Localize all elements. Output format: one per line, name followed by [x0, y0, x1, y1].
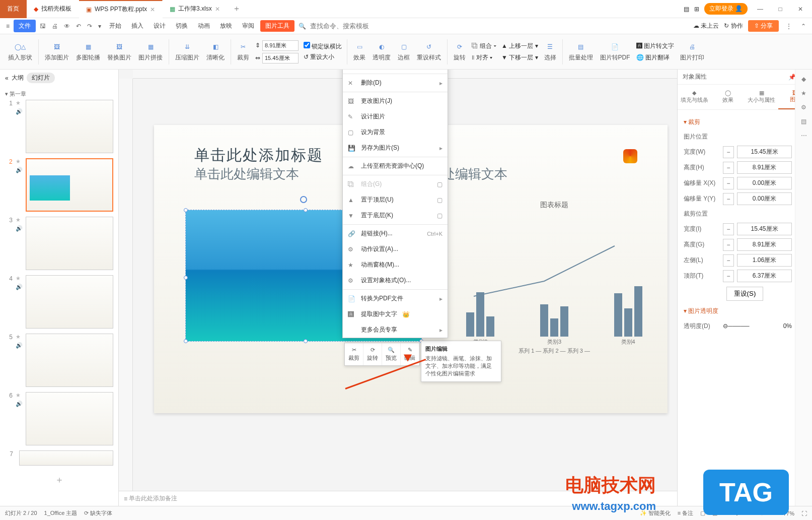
menu-slideshow[interactable]: 放映	[216, 22, 236, 30]
ctx-upload-resource[interactable]: ☁上传至稻壳资源中心(Q)	[343, 158, 448, 174]
reset-size-button[interactable]: ↺ 重设大小	[304, 53, 342, 61]
effect-button[interactable]: ▭效果	[350, 41, 368, 62]
resize-handle[interactable]	[184, 208, 188, 212]
thumbnail-list[interactable]: ▾ 第一章 1★🔊 2★🔊 3★🔊 4★🔊 5★🔊 6★🔊 7 ＋	[0, 86, 118, 506]
left-l-input[interactable]: 1.06厘米	[737, 254, 792, 267]
app-grid-icon[interactable]: ⊞	[694, 6, 699, 13]
theme-name[interactable]: 1_Office 主题	[44, 509, 78, 517]
bring-forward-button[interactable]: ▲ 上移一层 ▾	[501, 42, 538, 50]
redo-icon[interactable]: ↷	[85, 23, 94, 30]
rotate-button[interactable]: ⟳旋转	[451, 41, 469, 62]
reset-button[interactable]: 重设(S)	[726, 287, 764, 301]
ctx-more-vip[interactable]: 更多会员专享▸	[343, 322, 448, 338]
menu-start[interactable]: 开始	[105, 22, 125, 30]
print-icon[interactable]: 🖨	[50, 23, 60, 30]
menu-transition[interactable]: 切换	[172, 22, 192, 30]
sharpen-button[interactable]: ◧清晰化	[203, 41, 228, 62]
dec-button[interactable]: −	[723, 223, 734, 235]
notes-toggle[interactable]: ≡ 备注	[678, 509, 693, 517]
width-input[interactable]: 15.45厘米	[262, 53, 299, 63]
ctx-hyperlink[interactable]: 🔗超链接(H)...Ctrl+K	[343, 226, 448, 241]
offset-y-input[interactable]: 0.00厘米	[737, 192, 792, 205]
slide-thumb-1[interactable]	[26, 100, 113, 153]
pic-translate-button[interactable]: 🌐 图片翻译	[636, 53, 674, 62]
mini-crop[interactable]: ✂裁剪	[345, 343, 363, 365]
dec-button[interactable]: −	[723, 162, 734, 174]
share-button[interactable]: ⇧ 分享	[748, 20, 779, 32]
close-icon[interactable]: ✕	[215, 6, 220, 13]
tab-fill[interactable]: ◆填充与线条	[678, 85, 711, 109]
tab-template[interactable]: ◆找稻壳模板	[27, 0, 79, 18]
compress-picture-button[interactable]: ⇊压缩图片	[172, 41, 202, 62]
outline-tab[interactable]: 大纲	[12, 74, 24, 82]
slide-thumb-4[interactable]	[26, 275, 113, 329]
tab-home[interactable]: 首页	[0, 0, 27, 18]
rotate-handle[interactable]	[300, 196, 307, 203]
pic-to-text-button[interactable]: 🅰 图片转文字	[636, 42, 674, 50]
combine-button[interactable]: ⿻ 组合 ▾	[472, 42, 496, 50]
side-style-icon[interactable]: ◆	[801, 76, 806, 83]
menu-design[interactable]: 设计	[150, 22, 170, 30]
slide-thumb-7[interactable]	[19, 450, 113, 466]
batch-process-button[interactable]: ▤批量处理	[566, 41, 596, 62]
ctx-set-background[interactable]: ▢设为背景	[343, 124, 448, 140]
width-w-input[interactable]: 15.45厘米	[737, 146, 792, 158]
pic-to-pdf-button[interactable]: 📄图片转PDF	[597, 41, 633, 62]
height-h-input[interactable]: 8.91厘米	[737, 161, 792, 174]
side-settings-icon[interactable]: ⚙	[801, 104, 806, 111]
slides-tab[interactable]: 幻灯片	[27, 73, 55, 83]
more-icon[interactable]: ⋮	[784, 23, 794, 30]
cloud-status[interactable]: ☁ 未上云	[693, 22, 719, 30]
ctx-group[interactable]: ⿻组合(G)▢	[343, 176, 448, 192]
resize-handle[interactable]	[304, 208, 308, 212]
ctx-object-format[interactable]: ⚙设置对象格式(O)...	[343, 273, 448, 288]
ctx-to-pdf[interactable]: 📄转换为PDF文件▸	[343, 291, 448, 306]
resize-handle[interactable]	[184, 339, 188, 343]
selection-pane-button[interactable]: ☰选择	[541, 41, 559, 62]
minimize-button[interactable]: —	[753, 6, 768, 13]
dec-button[interactable]: −	[723, 239, 734, 251]
send-backward-button[interactable]: ▼ 下移一层 ▾	[501, 53, 538, 62]
menu-animation[interactable]: 动画	[194, 22, 214, 30]
transparency-button[interactable]: ◐透明度	[370, 41, 394, 62]
missing-font[interactable]: ⟳ 缺失字体	[84, 509, 112, 517]
pic-print-button[interactable]: 🖨图片打印	[677, 41, 707, 62]
align-button[interactable]: ⫴ 对齐 ▾	[472, 53, 496, 62]
lock-ratio-checkbox[interactable]: 锁定纵横比	[304, 42, 342, 51]
ctx-extract-text[interactable]: 🅰提取图中文字 👑	[343, 306, 448, 322]
file-menu[interactable]: 文件	[14, 20, 36, 32]
dec-button[interactable]: −	[723, 177, 734, 189]
resize-handle[interactable]	[184, 276, 188, 280]
slide-thumb-2[interactable]	[26, 158, 113, 212]
slide-subtitle-placeholder[interactable]: 单击此处编辑文本	[194, 165, 299, 183]
slide-thumb-3[interactable]	[26, 217, 113, 270]
dec-button[interactable]: −	[723, 193, 734, 205]
top-t-input[interactable]: 6.37厘米	[737, 270, 792, 282]
app-menu-icon[interactable]: ≡	[4, 23, 12, 30]
login-button[interactable]: 立即登录 👤	[704, 3, 748, 15]
section-header[interactable]: ▾ 第一章	[5, 88, 113, 100]
insert-shape-button[interactable]: ◯△插入形状	[5, 41, 35, 62]
tab-ppt-file[interactable]: ▣WPS PPT教程.pptx✕	[79, 0, 163, 18]
slide-thumb-6[interactable]	[26, 392, 113, 445]
menu-insert[interactable]: 插入	[127, 22, 147, 30]
dec-button[interactable]: −	[723, 146, 734, 158]
bar-chart[interactable]: 图表标题 类别2类别3类别4 系列 1 — 系列 2 — 系列 3 —	[433, 201, 675, 352]
search-icon[interactable]: 🔍	[297, 23, 308, 30]
tab-xlsx-file[interactable]: ▦工作簿3.xlsx✕	[163, 0, 228, 18]
reset-style-button[interactable]: ↺重设样式	[414, 41, 444, 62]
border-button[interactable]: ▢边框	[395, 41, 413, 62]
search-input[interactable]	[310, 22, 381, 30]
tab-size[interactable]: ▦大小与属性	[745, 85, 779, 109]
mini-rotate[interactable]: ⟳旋转	[363, 343, 382, 365]
grid-icon[interactable]: ▤	[684, 6, 689, 13]
ctx-change-picture[interactable]: 🖼更改图片(J)	[343, 93, 448, 109]
collapse-ribbon-icon[interactable]: ⌃	[799, 23, 808, 30]
ctx-delete[interactable]: ✕删除(D)▸	[343, 75, 448, 91]
collapse-panel-icon[interactable]: «	[5, 75, 9, 82]
menu-review[interactable]: 审阅	[238, 22, 258, 30]
ctx-action-settings[interactable]: ⚙动作设置(A)...	[343, 241, 448, 257]
add-slide-button[interactable]: ＋	[5, 471, 113, 489]
side-layers-icon[interactable]: ▤	[801, 118, 806, 125]
coop-button[interactable]: ↻ 协作	[724, 22, 743, 30]
